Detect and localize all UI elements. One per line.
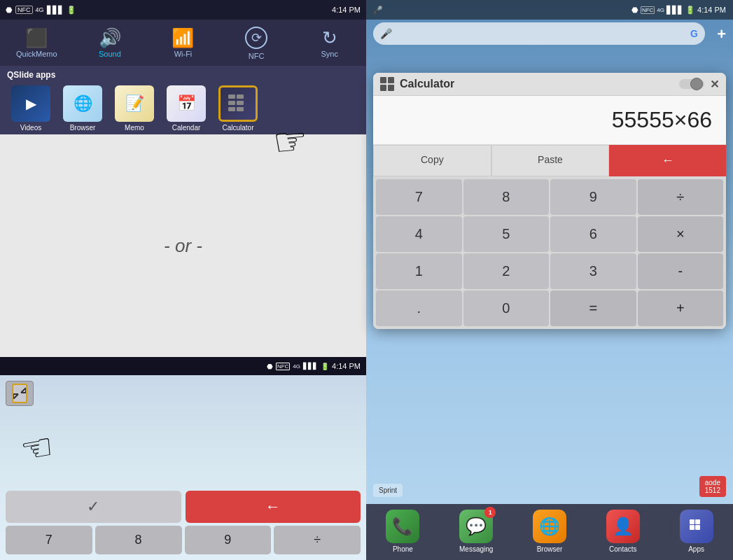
calendar-icon: 📅 — [167, 85, 206, 122]
dock-label-apps: Apps — [688, 545, 704, 553]
qs-item-sync[interactable]: ↻ Sync — [302, 29, 358, 58]
bottom-calc-area: ☜ ✓ ← 7 8 9 — [0, 375, 366, 560]
slider-thumb — [690, 78, 703, 90]
dock-browser[interactable]: 🌐 Browser — [522, 510, 578, 553]
bottom-time: 4:14 PM — [332, 362, 361, 370]
qslide-app-calendar[interactable]: 📅 Calendar — [162, 85, 210, 132]
search-bar[interactable]: 🎤 G — [373, 22, 705, 45]
qs-item-sound[interactable]: 🔊 Sound — [82, 29, 138, 58]
key-1[interactable]: 1 — [376, 253, 462, 289]
contacts-dock-icon: 👤 — [606, 510, 640, 543]
plus-button[interactable]: + — [717, 25, 726, 43]
calc-title-bar: Calculator ✕ — [373, 73, 726, 96]
signal-bars-icon: ▋▋▋ — [47, 6, 64, 15]
key-5[interactable]: 5 — [463, 216, 550, 252]
calc-action-row: Copy Paste ← — [373, 145, 726, 176]
key-6[interactable]: 6 — [550, 216, 636, 252]
svg-line-9 — [21, 388, 26, 393]
backspace-button[interactable]: ← — [186, 491, 361, 523]
paste-button[interactable]: Paste — [491, 145, 610, 176]
messaging-badge: 1 — [484, 507, 496, 518]
battery-icon: 🔋 — [67, 6, 76, 15]
sync-icon: ↻ — [322, 29, 337, 47]
svg-rect-12 — [690, 519, 694, 524]
key-3[interactable]: 3 — [550, 253, 636, 289]
browser-icon: 🌐 — [63, 85, 102, 122]
bottom-numpad: 7 8 9 ÷ — [6, 526, 361, 554]
phone-dock-icon: 📞 — [386, 510, 419, 543]
numpad-div[interactable]: ÷ — [274, 526, 361, 554]
calc-close-button[interactable]: ✕ — [710, 78, 719, 91]
right-time: 4:14 PM — [697, 6, 726, 14]
qs-item-quickmemo[interactable]: ⬛ QuickMemo — [8, 29, 64, 58]
dock-apps[interactable]: Apps — [669, 510, 725, 553]
svg-rect-0 — [228, 94, 235, 99]
qslide-app-browser[interactable]: 🌐 Browser — [59, 85, 106, 132]
key-dot[interactable]: . — [376, 290, 462, 326]
qs-label-wifi: Wi-Fi — [174, 50, 193, 58]
bottom-battery-icon: 🔋 — [321, 363, 329, 370]
right-status-bar: 🎤 ⬣ NFC 4G ▋▋▋ 🔋 4:14 PM — [366, 0, 733, 20]
qs-item-nfc[interactable]: ⟳ NFC — [228, 27, 284, 60]
copy-button[interactable]: Copy — [373, 145, 491, 176]
key-4[interactable]: 4 — [376, 216, 462, 252]
key-7[interactable]: 7 — [376, 179, 462, 215]
check-button[interactable]: ✓ — [6, 491, 181, 523]
qslide-app-videos[interactable]: ▶ Videos — [7, 85, 55, 132]
mic-search-icon: 🎤 — [380, 28, 392, 39]
quick-settings: ⬛ QuickMemo 🔊 Sound 📶 Wi-Fi ⟳ NFC ↻ Sync — [0, 20, 366, 66]
numpad-8[interactable]: 8 — [95, 526, 182, 554]
dock-label-phone: Phone — [393, 545, 413, 553]
svg-rect-13 — [695, 519, 700, 524]
left-status-bar: ⬣ NFC 4G ▋▋▋ 🔋 4:14 PM — [0, 0, 366, 20]
svg-rect-5 — [237, 107, 244, 111]
numpad-7[interactable]: 7 — [6, 526, 92, 554]
qslide-app-calculator[interactable]: Calculator — [214, 85, 262, 132]
calc-window-icon — [380, 77, 394, 91]
key-2[interactable]: 2 — [463, 253, 550, 289]
wifi-icon: 📶 — [172, 29, 194, 47]
right-nfc-icon: NFC — [641, 6, 655, 14]
sound-icon: 🔊 — [99, 29, 121, 47]
videos-icon: ▶ — [11, 85, 50, 122]
bottom-bluetooth-icon: ⬣ — [267, 363, 273, 370]
or-section: - or - — [0, 134, 366, 357]
key-add[interactable]: + — [638, 290, 724, 326]
key-div[interactable]: ÷ — [638, 179, 724, 215]
key-sub[interactable]: - — [638, 253, 724, 289]
svg-line-6 — [13, 394, 18, 399]
calc-backspace-button[interactable]: ← — [609, 145, 726, 176]
qslide-title: QSlide apps — [7, 70, 359, 80]
bluetooth-icon: ⬣ — [6, 6, 13, 15]
qslide-label-memo: Memo — [125, 124, 144, 132]
qslide-label-calculator: Calculator — [222, 124, 253, 132]
key-9[interactable]: 9 — [550, 179, 636, 215]
calculator-window: Calculator ✕ 55555×66 Copy Paste ← 7 8 9 — [373, 73, 726, 329]
dock-phone[interactable]: 📞 Phone — [375, 510, 431, 553]
bottom-dock: 📞 Phone 💬 1 Messaging 🌐 Browser 👤 Contac… — [366, 504, 733, 560]
collapse-icon — [12, 384, 27, 403]
hand-pointer-top: ☞ — [271, 118, 309, 165]
qslide-app-memo[interactable]: 📝 Memo — [111, 85, 158, 132]
qslide-apps: ▶ Videos 🌐 Browser 📝 Memo 📅 Ca — [7, 85, 359, 132]
hand-pointer-bottom: ☜ — [18, 424, 57, 471]
quickmemo-icon: ⬛ — [25, 29, 48, 47]
key-0[interactable]: 0 — [463, 290, 550, 326]
key-eq[interactable]: = — [550, 290, 636, 326]
dock-contacts[interactable]: 👤 Contacts — [595, 510, 651, 553]
key-mul[interactable]: × — [638, 216, 724, 252]
right-bluetooth-icon: ⬣ — [631, 6, 638, 15]
numpad-9[interactable]: 9 — [185, 526, 272, 554]
messaging-dock-icon: 💬 1 — [459, 510, 493, 543]
svg-rect-15 — [695, 525, 700, 530]
qs-item-wifi[interactable]: 📶 Wi-Fi — [155, 29, 211, 58]
google-logo: G — [690, 28, 698, 39]
dock-messaging[interactable]: 💬 1 Messaging — [448, 510, 504, 553]
opacity-slider[interactable] — [679, 79, 704, 89]
key-8[interactable]: 8 — [463, 179, 550, 215]
qs-label-quickmemo: QuickMemo — [16, 50, 57, 58]
qs-label-sound: Sound — [99, 50, 121, 58]
signal-4g-icon: 4G — [36, 6, 44, 13]
right-signal-icon: ▋▋▋ — [666, 6, 683, 15]
collapse-button[interactable] — [6, 381, 34, 406]
